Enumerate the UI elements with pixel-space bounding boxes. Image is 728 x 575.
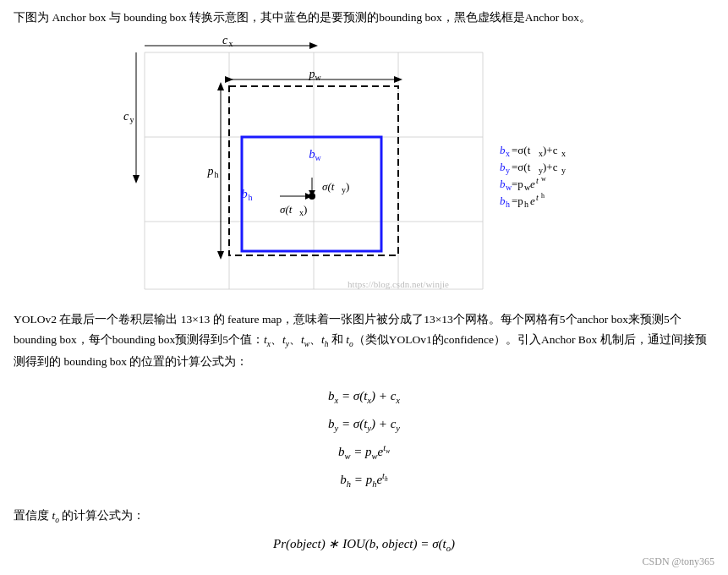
diagram-area: c x c y p w p h <box>14 36 714 298</box>
svg-text:https://blog.csdn.net/winjie: https://blog.csdn.net/winjie <box>348 279 449 289</box>
svg-text:p: p <box>308 68 315 80</box>
formula-bh: bh = pheth <box>14 466 714 494</box>
svg-text:=p: =p <box>512 178 523 190</box>
svg-marker-14 <box>133 175 140 183</box>
svg-text:h: h <box>248 193 252 202</box>
svg-text:x: x <box>228 39 233 48</box>
svg-text:y: y <box>129 115 134 124</box>
svg-text:p: p <box>206 165 213 178</box>
formulas-block: bx = σ(tx) + cx by = σ(ty) + cy bw = pwe… <box>14 382 714 494</box>
svg-text:c: c <box>222 36 227 47</box>
svg-text:y: y <box>506 166 510 175</box>
svg-text:): ) <box>304 203 307 216</box>
svg-text:h: h <box>506 200 510 209</box>
body-text: YOLOv2 在最后一个卷积层输出 13×13 的 feature map，意味… <box>14 309 714 372</box>
svg-text:=σ(t: =σ(t <box>512 161 531 173</box>
formula-by: by = σ(ty) + cy <box>14 410 714 438</box>
svg-text:b: b <box>241 187 248 200</box>
formula-bw: bw = pwetw <box>14 438 714 466</box>
svg-text:t: t <box>536 193 539 202</box>
svg-text:b: b <box>500 144 506 156</box>
diagram-svg: c x c y p w p h <box>94 36 635 298</box>
svg-text:=p: =p <box>512 194 523 207</box>
svg-marker-24 <box>217 82 224 90</box>
svg-marker-10 <box>309 42 318 49</box>
svg-text:σ(t: σ(t <box>322 180 335 193</box>
svg-text:e: e <box>530 194 535 207</box>
svg-text:b: b <box>500 194 506 207</box>
svg-text:)+c: )+c <box>543 161 558 173</box>
svg-text:y: y <box>561 166 566 175</box>
svg-text:b: b <box>500 178 506 190</box>
svg-marker-25 <box>217 251 224 260</box>
svg-text:): ) <box>346 180 349 193</box>
csdn-watermark: CSDN @tony365 <box>643 556 714 568</box>
svg-text:e: e <box>530 178 535 190</box>
svg-text:h: h <box>524 200 528 209</box>
svg-text:t: t <box>536 176 539 185</box>
svg-text:h: h <box>214 170 218 179</box>
svg-text:b: b <box>500 161 506 173</box>
svg-text:x: x <box>561 149 566 158</box>
svg-text:x: x <box>506 149 510 158</box>
svg-text:w: w <box>315 73 321 82</box>
svg-text:w: w <box>541 175 546 183</box>
svg-text:σ(t: σ(t <box>280 203 293 216</box>
svg-text:w: w <box>315 153 321 162</box>
svg-text:c: c <box>123 110 129 123</box>
svg-text:=σ(t: =σ(t <box>512 144 531 156</box>
formula-bx: bx = σ(tx) + cx <box>14 382 714 410</box>
confidence-formula: Pr(object) ∗ IOU(b, object) = σ(to) <box>14 536 714 553</box>
svg-text:)+c: )+c <box>543 144 558 156</box>
confidence-text: 置信度 to 的计算公式为： <box>14 506 714 528</box>
intro-text: 下图为 Anchor box 与 bounding box 转换示意图，其中蓝色… <box>14 8 714 27</box>
svg-text:h: h <box>541 192 545 200</box>
